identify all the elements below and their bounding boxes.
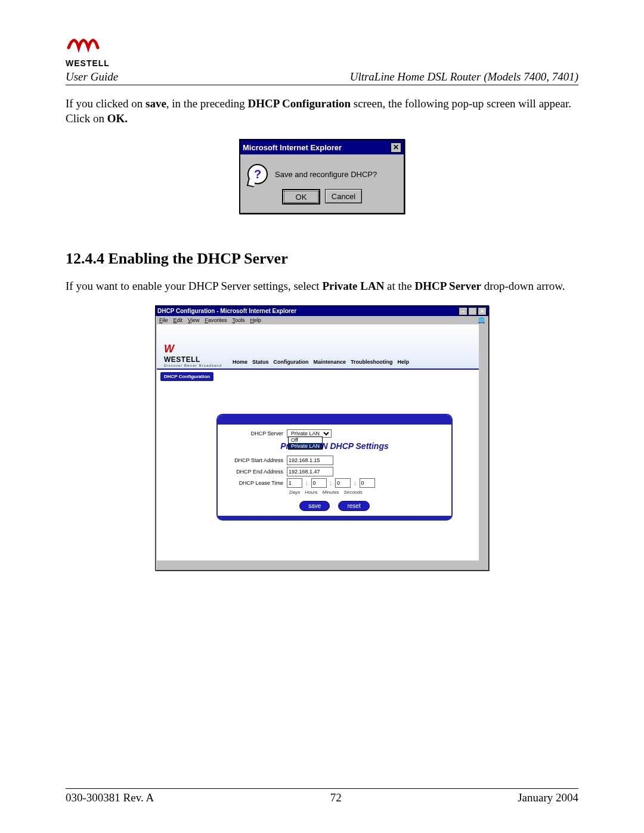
minimize-icon[interactable]: – — [459, 307, 467, 315]
browser-window: DHCP Configuration - Microsoft Internet … — [155, 305, 489, 571]
dialog-title: Microsoft Internet Explorer — [243, 143, 342, 152]
dialog-message: Save and reconfigure DHCP? — [275, 170, 377, 179]
cancel-button[interactable]: Cancel — [325, 189, 362, 203]
brand-name: WESTELL — [66, 58, 578, 68]
menu-tools[interactable]: Tools — [232, 317, 244, 323]
page-header: User Guide UltraLine Home DSL Router (Mo… — [66, 70, 578, 85]
westell-logo-icon — [66, 30, 107, 56]
settings-title: Private LAN DHCP Settings — [230, 441, 439, 451]
footer-center: 72 — [330, 791, 342, 804]
close-icon[interactable]: ✕ — [391, 143, 401, 153]
unit-days: Days — [289, 490, 300, 495]
menu-view[interactable]: View — [188, 317, 199, 323]
nav-status[interactable]: Status — [252, 359, 269, 365]
nav-troubleshooting[interactable]: Troubleshooting — [351, 359, 393, 365]
menu-file[interactable]: File — [159, 317, 168, 323]
menu-favorites[interactable]: Favorites — [205, 317, 227, 323]
input-days[interactable] — [287, 478, 302, 488]
label-end-address: DHCP End Address — [230, 469, 283, 475]
ie-logo-icon: 🌐 — [478, 317, 485, 323]
footer-right: January 2004 — [518, 791, 578, 804]
menu-edit[interactable]: Edit — [174, 317, 183, 323]
reset-button[interactable]: reset — [338, 501, 369, 511]
dhcp-server-dropdown-open: Off Private LAN — [288, 436, 323, 450]
save-button[interactable]: save — [299, 501, 330, 511]
window-title: DHCP Configuration - Microsoft Internet … — [157, 308, 296, 314]
intro-paragraph-2: If you want to enable your DHCP Server s… — [66, 279, 578, 294]
label-lease-time: DHCP Lease Time — [230, 480, 283, 486]
question-icon: ? — [247, 164, 268, 184]
doc-title-left: User Guide — [66, 70, 118, 83]
nav-home[interactable]: Home — [233, 359, 247, 365]
brand-logo: WESTELL — [66, 30, 578, 68]
menu-help[interactable]: Help — [250, 317, 261, 323]
router-nav: Home Status Configuration Maintenance Tr… — [233, 359, 409, 367]
confirm-dialog: Microsoft Internet Explorer ✕ ? Save and… — [239, 139, 405, 214]
sidebar-item-dhcp-config[interactable]: DHCP Configuration — [160, 372, 213, 381]
nav-maintenance[interactable]: Maintenance — [314, 359, 346, 365]
ok-button[interactable]: OK — [282, 189, 320, 205]
input-end-address[interactable] — [287, 467, 333, 476]
intro-paragraph-1: If you clicked on save, in the preceding… — [66, 97, 578, 126]
router-brand: W WESTELL Discover Better Broadband — [164, 343, 222, 367]
input-start-address[interactable] — [287, 456, 333, 465]
section-heading: 12.4.4 Enabling the DHCP Server — [66, 250, 578, 268]
unit-hours: Hours — [305, 490, 317, 495]
label-dhcp-server: DHCP Server — [230, 431, 283, 436]
label-start-address: DHCP Start Address — [230, 457, 283, 463]
unit-seconds: Seconds — [344, 490, 363, 495]
input-seconds[interactable] — [360, 478, 375, 488]
footer-left: 030-300381 Rev. A — [66, 791, 154, 804]
unit-minutes: Minutes — [323, 490, 339, 495]
dropdown-option-private[interactable]: Private LAN — [289, 443, 322, 449]
nav-configuration[interactable]: Configuration — [274, 359, 309, 365]
close-icon[interactable]: ✕ — [478, 307, 487, 315]
browser-menubar: File Edit View Favorites Tools Help 🌐 — [156, 316, 488, 324]
input-minutes[interactable] — [335, 478, 351, 488]
dhcp-panel: DHCP Server Private LAN Private LAN DHCP… — [216, 414, 453, 521]
doc-title-right: UltraLine Home DSL Router (Models 7400, … — [350, 70, 578, 83]
input-hours[interactable] — [311, 478, 327, 488]
dropdown-option-off[interactable]: Off — [289, 437, 322, 443]
maximize-icon[interactable]: □ — [468, 307, 477, 315]
page-content: W WESTELL Discover Better Broadband Home… — [157, 324, 487, 569]
nav-help[interactable]: Help — [398, 359, 410, 365]
page-footer: 030-300381 Rev. A 72 January 2004 — [66, 788, 578, 804]
